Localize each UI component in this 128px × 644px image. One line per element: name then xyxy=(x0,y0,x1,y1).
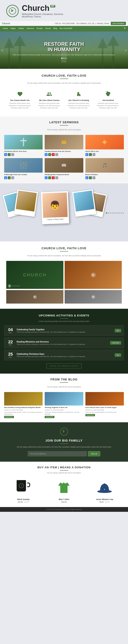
feature-care-text: Phasellus quis pulvinar ante. Phasellus … xyxy=(37,102,62,109)
hero-prev-button[interactable]: ‹ xyxy=(2,48,3,52)
blog-readmore-1[interactable]: Read More xyxy=(4,416,14,418)
nav-pages[interactable]: Pages xyxy=(9,26,17,31)
sermon-share-btn-2[interactable]: ↗ xyxy=(48,153,51,156)
sermon-share-btn-3[interactable]: ↗ xyxy=(89,153,92,156)
shop-item-name-shirt: Blue T-Shirt xyxy=(45,498,83,500)
blog-text-1: Lorem ipsum dolor sit amet. There are co… xyxy=(4,411,43,415)
faith-divider xyxy=(60,78,68,79)
dove-newsletter-icon xyxy=(60,428,68,436)
sermon-video-btn-5[interactable]: ■ xyxy=(52,176,55,179)
sermon-card-title-1: Christmas Gift for Your Soul xyxy=(4,150,43,152)
gallery-dot-9[interactable] xyxy=(122,212,124,214)
events-section: UPCOMING ACTIVITIES & EVENTS List the up… xyxy=(0,309,128,374)
mug-illustration xyxy=(17,480,30,494)
nav-events[interactable]: Events xyxy=(44,26,52,31)
sermon-audio-btn-5[interactable]: ▶ xyxy=(45,176,48,179)
hero-dot-3[interactable] xyxy=(65,58,67,59)
event-info-1: Celebrating Family Together There are co… xyxy=(17,328,112,333)
hero-next-button[interactable]: › xyxy=(125,48,126,52)
nav-logo: Church xyxy=(2,22,10,25)
gallery-dot-4[interactable] xyxy=(112,212,113,214)
sermon-audio-btn-6[interactable]: ▶ xyxy=(85,176,88,179)
nav-sermons[interactable]: Sermons xyxy=(25,26,35,31)
blog-readmore-2[interactable]: Read More xyxy=(45,416,54,418)
sermon-card-1: Christmas Gift for Your Soul ▶ ↗ ↓ xyxy=(4,135,43,156)
sermon-share-btn-5[interactable]: ↗ xyxy=(48,176,51,179)
sermon-audio-btn-1[interactable]: ▶ xyxy=(4,153,7,156)
sermon-icons-1: ▶ ↗ ↓ xyxy=(4,153,43,156)
gallery-dot-2[interactable] xyxy=(108,212,109,214)
nav-menu: Home Pages Gallery Sermons Donate Events… xyxy=(0,26,128,31)
search-icon[interactable]: 🔍 xyxy=(124,27,126,30)
hero-slider: ‹ RESTORE FAITH IN HUMANITY Faith trusts… xyxy=(0,32,128,69)
sermons-title: LATEST SERMONS xyxy=(4,120,124,124)
gallery-dot-8[interactable] xyxy=(120,212,122,214)
video-cross-thumb[interactable]: ▶ xyxy=(65,290,122,304)
sermon-audio-btn-4[interactable]: ▶ xyxy=(4,176,7,179)
sermon-video-btn-2[interactable]: ■ xyxy=(52,153,55,156)
gallery-dot-6[interactable] xyxy=(116,212,118,214)
hero-dot-1[interactable] xyxy=(61,58,63,59)
video-bible-play[interactable]: ▶ xyxy=(33,295,37,299)
nav-home[interactable]: Home xyxy=(2,26,9,31)
feature-church-text: Phasellus quis pulvinar ante. Phasellus … xyxy=(66,102,91,109)
feature-cause: Our Cause Heeds You Phasellus quis pulvi… xyxy=(6,88,34,111)
sermon-dl-btn-1[interactable]: ↓ xyxy=(11,153,14,156)
video-autumn-play[interactable]: ▶ xyxy=(91,273,96,277)
blog-readmore-3[interactable]: Read More xyxy=(85,414,95,416)
faith-section: CHURCH LOVE, FAITH LOVE Far far away, be… xyxy=(0,69,128,116)
hero-dot-2[interactable] xyxy=(63,58,65,59)
event-btn-3[interactable]: Go xyxy=(115,353,121,357)
sermon-card-3: God's Gift to You ▶ ↗ ↓ xyxy=(85,135,124,156)
nav-blog[interactable]: Blog xyxy=(52,26,58,31)
feature-involved-title: Get Involved xyxy=(96,99,121,101)
video-main-play[interactable]: ▶ xyxy=(8,284,11,288)
video-bible-thumb[interactable]: ▶ xyxy=(6,290,63,304)
nav-buy[interactable]: Buy ChurchWP xyxy=(58,26,74,31)
sermon-icons-4: ▶ ↗ ↓ xyxy=(4,176,43,179)
svg-text:C: C xyxy=(104,488,105,490)
sermons-grid: Christmas Gift for Your Soul ▶ ↗ ↓ 🤲 Sun… xyxy=(4,135,124,180)
sermon-dl-btn-2[interactable]: ↓ xyxy=(55,153,58,156)
gallery-dot-1[interactable] xyxy=(106,212,107,214)
blog-card-title-1: New Families During National Adoption Mo… xyxy=(4,406,43,408)
sermon-dl-btn-4[interactable]: ↓ xyxy=(11,176,14,179)
sermon-audio-btn-2[interactable]: ▶ xyxy=(45,153,48,156)
blog-card-2: Sticking Together A New Life October 19,… xyxy=(45,392,83,418)
donate-button[interactable]: Give Donation xyxy=(111,22,126,25)
svg-marker-26 xyxy=(58,482,70,493)
sermon-share-btn-6[interactable]: ↗ xyxy=(89,176,92,179)
mug-dove-icon xyxy=(20,484,23,487)
newsletter-submit-button[interactable]: Join Us xyxy=(88,451,100,456)
logo-title: Church WP xyxy=(22,4,63,12)
gallery-dot-3[interactable] xyxy=(110,212,111,214)
sermon-dl-btn-3[interactable]: ↓ xyxy=(92,153,95,156)
sermon-dl-btn-6[interactable]: ↓ xyxy=(92,176,95,179)
nav-top-bar: Church Call Us: +44 (230)-4096 Our Addre… xyxy=(0,21,128,26)
note-icon: 🎵 xyxy=(102,163,107,168)
sermon-share-btn-1[interactable]: ↗ xyxy=(8,153,11,156)
video-autumn-thumb[interactable]: ▶ xyxy=(65,261,122,289)
sermon-card-title-5: Studying New Testament Book xyxy=(45,174,83,176)
gallery-dot-5[interactable] xyxy=(114,212,115,214)
sermon-icons-3: ▶ ↗ ↓ xyxy=(85,153,124,156)
nav-gallery[interactable]: Gallery xyxy=(17,26,26,31)
feature-care: We Care About Causes Phasellus quis pulv… xyxy=(36,88,63,111)
sermon-dl-btn-5[interactable]: ↓ xyxy=(55,176,58,179)
newsletter-email-input[interactable] xyxy=(28,451,87,456)
feature-care-title: We Care About Causes xyxy=(37,99,62,101)
nav-donate[interactable]: Donate xyxy=(35,26,44,31)
sermon-thumb-2: 🤲 xyxy=(45,135,83,150)
event-btn-2[interactable]: Join Now xyxy=(110,341,121,344)
sermon-share-btn-4[interactable]: ↗ xyxy=(8,176,11,179)
shop-grid: Black Sunday $16.00 $20.00 Blue T-Shirt … xyxy=(4,478,124,503)
blog-card-1: New Families During National Adoption Mo… xyxy=(4,392,43,418)
gallery-dot-7[interactable] xyxy=(118,212,120,214)
event-month-3: DEC xyxy=(7,356,14,358)
video-cross-play[interactable]: ▶ xyxy=(91,295,95,299)
more-events-button[interactable]: SHOW UPCOMING EVENTS xyxy=(46,364,82,368)
sermon-audio-btn-3[interactable]: ▶ xyxy=(85,153,88,156)
video-main-thumb[interactable]: CHURCH ▶ xyxy=(6,261,63,289)
event-btn-1[interactable]: Go xyxy=(115,329,121,332)
event-item-1: 04 DEC Celebrating Family Together There… xyxy=(4,325,124,336)
